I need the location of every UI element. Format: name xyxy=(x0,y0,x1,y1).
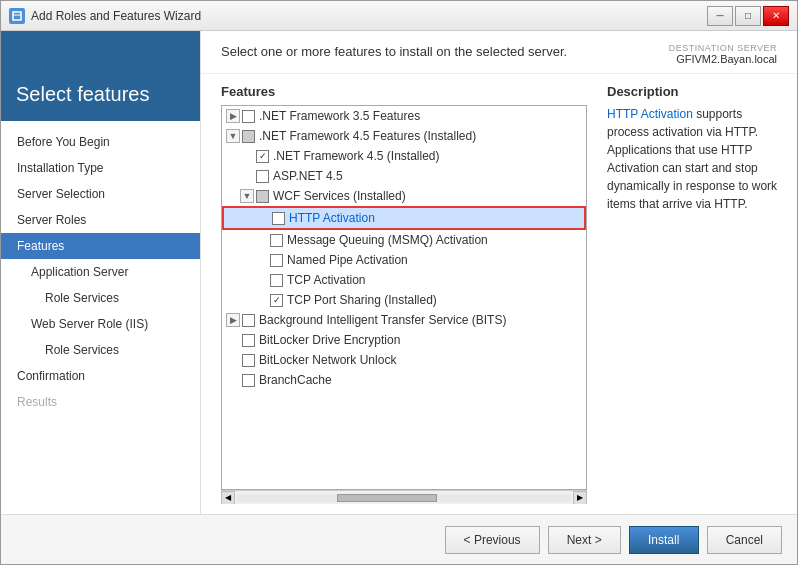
feature-label-http-activation: HTTP Activation xyxy=(289,211,375,225)
sidebar-item-before-you-begin[interactable]: Before You Begin xyxy=(1,129,200,155)
sidebar-item-features[interactable]: Features xyxy=(1,233,200,259)
wizard-window: Add Roles and Features Wizard ─ □ ✕ Sele… xyxy=(0,0,798,565)
feature-item-net35[interactable]: ▶.NET Framework 3.5 Features xyxy=(222,106,586,126)
main-description: Select one or more features to install o… xyxy=(221,43,567,61)
expand-icon-net35[interactable]: ▶ xyxy=(226,109,240,123)
scroll-thumb xyxy=(337,494,437,502)
feature-item-bits[interactable]: ▶Background Intelligent Transfer Service… xyxy=(222,310,586,330)
checkbox-wcf[interactable] xyxy=(256,190,269,203)
feature-label-tcp-activation: TCP Activation xyxy=(287,273,365,287)
feature-item-tcp-activation[interactable]: TCP Activation xyxy=(222,270,586,290)
next-button[interactable]: Next > xyxy=(548,526,621,554)
window-title: Add Roles and Features Wizard xyxy=(31,9,201,23)
description-label: Description xyxy=(607,84,782,99)
server-name: GFIVM2.Bayan.local xyxy=(669,53,777,65)
feature-item-branchcache[interactable]: BranchCache xyxy=(222,370,586,390)
restore-button[interactable]: □ xyxy=(735,6,761,26)
feature-item-net45-group[interactable]: ▼.NET Framework 4.5 Features (Installed) xyxy=(222,126,586,146)
scroll-track xyxy=(237,494,571,502)
feature-item-named-pipe[interactable]: Named Pipe Activation xyxy=(222,250,586,270)
feature-item-http-activation[interactable]: HTTP Activation xyxy=(222,206,586,230)
footer: < Previous Next > Install Cancel xyxy=(1,514,797,564)
features-column: Features ▶.NET Framework 3.5 Features▼.N… xyxy=(201,84,597,504)
expand-placeholder-named-pipe xyxy=(254,253,268,267)
feature-label-bits: Background Intelligent Transfer Service … xyxy=(259,313,506,327)
sidebar-title: Select features xyxy=(16,82,149,106)
feature-item-aspnet45[interactable]: ASP.NET 4.5 xyxy=(222,166,586,186)
horizontal-scrollbar[interactable]: ◀ ▶ xyxy=(221,490,587,504)
feature-label-msmq: Message Queuing (MSMQ) Activation xyxy=(287,233,488,247)
checkbox-net45-group[interactable] xyxy=(242,130,255,143)
app-icon xyxy=(9,8,25,24)
collapse-icon-wcf[interactable]: ▼ xyxy=(240,189,254,203)
main-header: Select one or more features to install o… xyxy=(201,31,797,74)
sidebar-item-role-services-2[interactable]: Role Services xyxy=(1,337,200,363)
content-area: Select features Before You BeginInstalla… xyxy=(1,31,797,514)
features-list[interactable]: ▶.NET Framework 3.5 Features▼.NET Framew… xyxy=(222,106,586,489)
sidebar: Select features Before You BeginInstalla… xyxy=(1,31,201,514)
cancel-button[interactable]: Cancel xyxy=(707,526,782,554)
feature-item-wcf[interactable]: ▼WCF Services (Installed) xyxy=(222,186,586,206)
feature-label-aspnet45: ASP.NET 4.5 xyxy=(273,169,343,183)
sidebar-header: Select features xyxy=(1,31,200,121)
scroll-right-btn[interactable]: ▶ xyxy=(573,491,587,505)
checkbox-aspnet45[interactable] xyxy=(256,170,269,183)
two-col-layout: Features ▶.NET Framework 3.5 Features▼.N… xyxy=(201,74,797,514)
svg-rect-0 xyxy=(13,12,21,20)
expand-placeholder-aspnet45 xyxy=(240,169,254,183)
checkbox-msmq[interactable] xyxy=(270,234,283,247)
feature-label-net35: .NET Framework 3.5 Features xyxy=(259,109,420,123)
checkbox-net35[interactable] xyxy=(242,110,255,123)
feature-item-tcp-port-sharing[interactable]: ✓TCP Port Sharing (Installed) xyxy=(222,290,586,310)
description-text: HTTP Activation supports process activat… xyxy=(607,105,782,213)
features-list-container: ▶.NET Framework 3.5 Features▼.NET Framew… xyxy=(221,105,587,490)
feature-label-bitlocker-drive: BitLocker Drive Encryption xyxy=(259,333,400,347)
sidebar-nav: Before You BeginInstallation TypeServer … xyxy=(1,121,200,514)
checkbox-bits[interactable] xyxy=(242,314,255,327)
checkbox-bitlocker-drive[interactable] xyxy=(242,334,255,347)
close-button[interactable]: ✕ xyxy=(763,6,789,26)
expand-placeholder-bitlocker-network xyxy=(226,353,240,367)
expand-placeholder-http-activation xyxy=(256,211,270,225)
expand-placeholder-bitlocker-drive xyxy=(226,333,240,347)
feature-label-bitlocker-network: BitLocker Network Unlock xyxy=(259,353,396,367)
main-panel: Select one or more features to install o… xyxy=(201,31,797,514)
feature-label-tcp-port-sharing: TCP Port Sharing (Installed) xyxy=(287,293,437,307)
checkbox-http-activation[interactable] xyxy=(272,212,285,225)
checkbox-net45[interactable]: ✓ xyxy=(256,150,269,163)
description-column: Description HTTP Activation supports pro… xyxy=(597,84,797,504)
feature-item-bitlocker-network[interactable]: BitLocker Network Unlock xyxy=(222,350,586,370)
expand-icon-bits[interactable]: ▶ xyxy=(226,313,240,327)
install-button[interactable]: Install xyxy=(629,526,699,554)
feature-label-net45: .NET Framework 4.5 (Installed) xyxy=(273,149,440,163)
sidebar-item-results: Results xyxy=(1,389,200,415)
sidebar-item-confirmation[interactable]: Confirmation xyxy=(1,363,200,389)
checkbox-named-pipe[interactable] xyxy=(270,254,283,267)
collapse-icon-net45-group[interactable]: ▼ xyxy=(226,129,240,143)
feature-label-named-pipe: Named Pipe Activation xyxy=(287,253,408,267)
feature-label-net45-group: .NET Framework 4.5 Features (Installed) xyxy=(259,129,476,143)
feature-item-msmq[interactable]: Message Queuing (MSMQ) Activation xyxy=(222,230,586,250)
sidebar-item-web-server-role[interactable]: Web Server Role (IIS) xyxy=(1,311,200,337)
features-label: Features xyxy=(221,84,587,99)
checkbox-branchcache[interactable] xyxy=(242,374,255,387)
checkbox-bitlocker-network[interactable] xyxy=(242,354,255,367)
expand-placeholder-msmq xyxy=(254,233,268,247)
sidebar-item-server-roles[interactable]: Server Roles xyxy=(1,207,200,233)
expand-placeholder-tcp-activation xyxy=(254,273,268,287)
scroll-left-btn[interactable]: ◀ xyxy=(221,491,235,505)
checkbox-tcp-activation[interactable] xyxy=(270,274,283,287)
expand-placeholder-branchcache xyxy=(226,373,240,387)
feature-item-bitlocker-drive[interactable]: BitLocker Drive Encryption xyxy=(222,330,586,350)
description-body: supports process activation via HTTP. Ap… xyxy=(607,107,777,211)
titlebar: Add Roles and Features Wizard ─ □ ✕ xyxy=(1,1,797,31)
sidebar-item-installation-type[interactable]: Installation Type xyxy=(1,155,200,181)
minimize-button[interactable]: ─ xyxy=(707,6,733,26)
previous-button[interactable]: < Previous xyxy=(445,526,540,554)
description-link[interactable]: HTTP Activation xyxy=(607,107,693,121)
sidebar-item-server-selection[interactable]: Server Selection xyxy=(1,181,200,207)
sidebar-item-application-server[interactable]: Application Server xyxy=(1,259,200,285)
sidebar-item-role-services-1[interactable]: Role Services xyxy=(1,285,200,311)
feature-item-net45[interactable]: ✓.NET Framework 4.5 (Installed) xyxy=(222,146,586,166)
checkbox-tcp-port-sharing[interactable]: ✓ xyxy=(270,294,283,307)
